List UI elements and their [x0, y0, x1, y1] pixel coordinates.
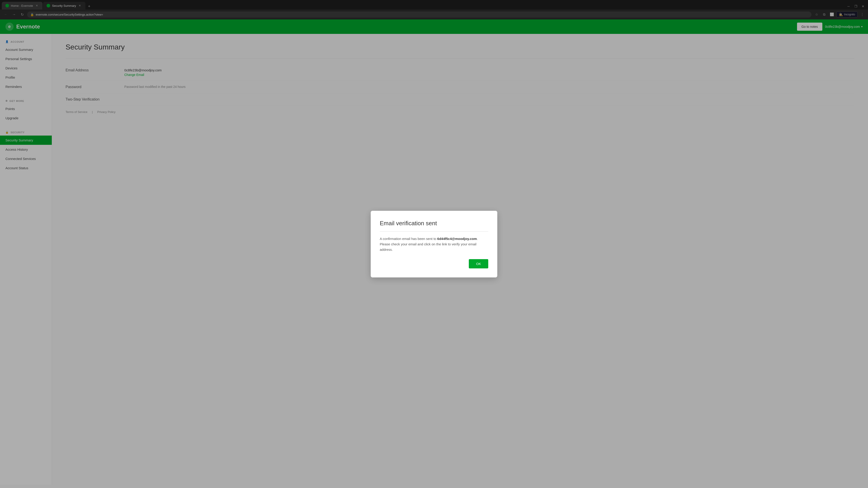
- modal-divider: [380, 231, 488, 232]
- modal-body-prefix: A confirmation email has been sent to: [380, 237, 437, 240]
- modal-ok-button[interactable]: OK: [469, 259, 488, 268]
- modal-body: A confirmation email has been sent to 6d…: [380, 236, 488, 252]
- modal-overlay: Email verification sent A confirmation e…: [0, 0, 868, 485]
- email-verification-modal: Email verification sent A confirmation e…: [371, 211, 497, 278]
- modal-email: 6d44f5c4@moodjoy.com: [437, 237, 477, 240]
- modal-actions: OK: [380, 259, 488, 268]
- modal-title: Email verification sent: [380, 220, 488, 227]
